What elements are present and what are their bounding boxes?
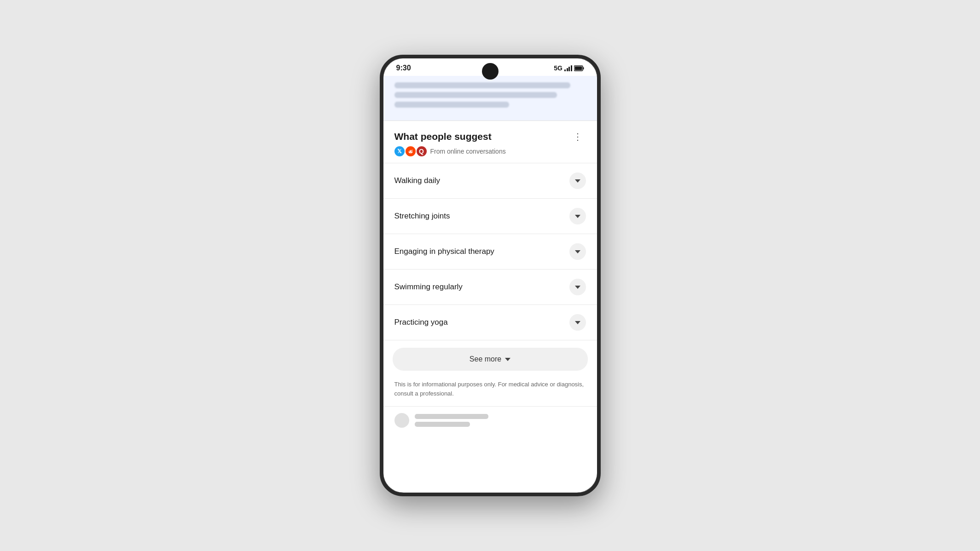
see-more-button[interactable]: See more — [393, 348, 588, 371]
chevron-button-swimming[interactable] — [569, 279, 586, 295]
suggestion-label-yoga: Practicing yoga — [394, 317, 448, 328]
chevron-button-yoga[interactable] — [569, 314, 586, 331]
disclaimer-text: This is for informational purposes only.… — [383, 378, 597, 406]
section-subtitle: 𝕏 — [394, 146, 506, 156]
source-icons: 𝕏 — [394, 146, 427, 156]
signal-bars-icon — [564, 65, 572, 71]
blurred-text-line-3 — [394, 102, 510, 108]
source-line-2 — [415, 422, 470, 427]
chevron-down-icon — [575, 286, 580, 289]
source-avatar — [394, 413, 409, 428]
svg-point-11 — [410, 150, 411, 151]
section-title: What people suggest — [394, 130, 506, 143]
suggestion-label-walking-daily: Walking daily — [394, 175, 441, 186]
more-options-button[interactable]: ⋮ — [569, 128, 586, 145]
chevron-button-physical-therapy[interactable] — [569, 243, 586, 260]
bottom-source-section — [383, 406, 597, 434]
see-more-label: See more — [470, 355, 501, 363]
suggestion-label-swimming: Swimming regularly — [394, 281, 463, 293]
blurred-text-line-2 — [394, 92, 557, 98]
suggestion-label-stretching-joints: Stretching joints — [394, 211, 450, 222]
suggestion-label-physical-therapy: Engaging in physical therapy — [394, 246, 494, 257]
camera-notch — [482, 63, 499, 80]
phone-frame: 9:30 5G — [380, 55, 601, 496]
chevron-down-icon — [575, 321, 580, 324]
status-time: 9:30 — [396, 64, 411, 72]
chevron-down-icon — [575, 179, 580, 183]
suggestions-section: What people suggest 𝕏 — [383, 121, 597, 434]
svg-point-8 — [412, 150, 412, 151]
main-content: What people suggest 𝕏 — [383, 121, 597, 491]
suggestion-item-physical-therapy[interactable]: Engaging in physical therapy — [383, 234, 597, 270]
suggestion-item-stretching-joints[interactable]: Stretching joints — [383, 199, 597, 234]
svg-point-6 — [411, 151, 412, 152]
quora-icon: Q — [417, 146, 427, 156]
suggestion-item-yoga[interactable]: Practicing yoga — [383, 305, 597, 340]
network-label: 5G — [554, 64, 562, 72]
suggestion-item-walking-daily[interactable]: Walking daily — [383, 163, 597, 199]
source-line-1 — [415, 414, 488, 419]
suggestion-list: Walking daily Stretching joints Engaging… — [383, 163, 597, 340]
subtitle-text: From online conversations — [430, 148, 506, 155]
svg-rect-1 — [583, 67, 584, 69]
reddit-icon — [406, 146, 416, 156]
chevron-button-walking-daily[interactable] — [569, 172, 586, 189]
blurred-content-area — [383, 76, 597, 121]
source-lines — [415, 414, 488, 427]
see-more-chevron-icon — [505, 358, 510, 361]
svg-point-5 — [409, 151, 410, 152]
chevron-down-icon — [575, 215, 580, 218]
battery-icon — [574, 65, 584, 71]
chevron-down-icon — [575, 250, 580, 253]
phone-inner: 9:30 5G — [383, 58, 597, 493]
blurred-text-line-1 — [394, 82, 571, 88]
twitter-icon: 𝕏 — [394, 146, 405, 156]
svg-rect-2 — [574, 66, 582, 70]
chevron-button-stretching-joints[interactable] — [569, 208, 586, 224]
suggestion-item-swimming[interactable]: Swimming regularly — [383, 270, 597, 305]
section-header-left: What people suggest 𝕏 — [394, 130, 506, 156]
section-header: What people suggest 𝕏 — [383, 121, 597, 163]
status-icons: 5G — [554, 64, 584, 72]
